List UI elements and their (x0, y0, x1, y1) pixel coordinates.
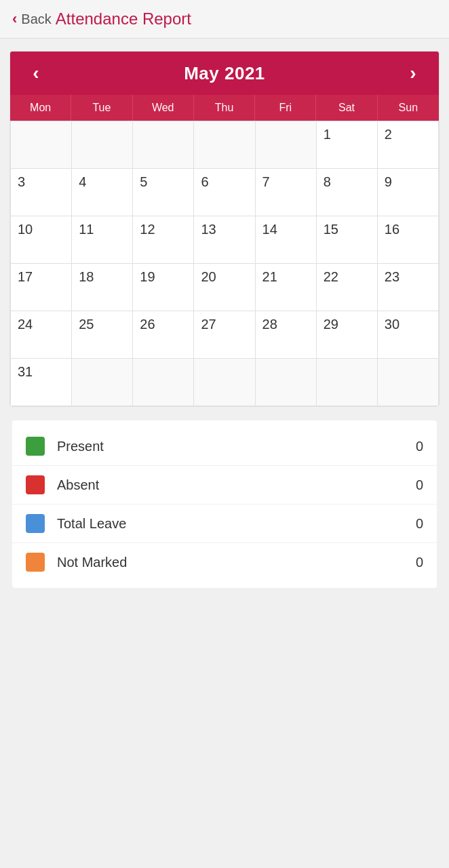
legend-color-not-marked (26, 553, 45, 572)
legend-label-total-leave: Total Leave (57, 516, 416, 532)
calendar: ‹ May 2021 › Mon Tue Wed Thu Fri Sat Sun… (9, 51, 440, 407)
dow-sat: Sat (316, 95, 377, 121)
calendar-empty-cell (256, 359, 317, 406)
calendar-day-26[interactable]: 26 (133, 311, 194, 359)
calendar-day-27[interactable]: 27 (194, 311, 255, 359)
legend-color-absent (26, 475, 45, 494)
back-label: Back (21, 12, 51, 27)
back-button[interactable]: ‹ Back (12, 10, 52, 28)
calendar-day-16[interactable]: 16 (378, 216, 439, 264)
calendar-day-13[interactable]: 13 (194, 216, 255, 264)
next-month-button[interactable]: › (401, 62, 425, 84)
calendar-day-23[interactable]: 23 (378, 264, 439, 311)
calendar-day-4[interactable]: 4 (72, 169, 133, 216)
header: ‹ Back Attendance Report (0, 0, 449, 39)
calendar-day-18[interactable]: 18 (72, 264, 133, 311)
legend-item-absent: Absent0 (12, 466, 437, 505)
calendar-day-20[interactable]: 20 (194, 264, 255, 311)
calendar-month-title: May 2021 (184, 63, 265, 84)
page-title: Attendance Report (56, 9, 191, 28)
calendar-day-30[interactable]: 30 (378, 311, 439, 359)
legend-count-absent: 0 (416, 477, 423, 493)
dow-wed: Wed (133, 95, 194, 121)
calendar-day-10[interactable]: 10 (11, 216, 72, 264)
calendar-empty-cell (378, 359, 439, 406)
legend-count-not-marked: 0 (416, 555, 423, 570)
calendar-day-3[interactable]: 3 (11, 169, 72, 216)
dow-sun: Sun (378, 95, 439, 121)
calendar-empty-cell (194, 121, 255, 169)
legend-label-absent: Absent (57, 477, 416, 493)
legend-label-present: Present (57, 439, 416, 454)
dow-fri: Fri (255, 95, 316, 121)
back-chevron-icon: ‹ (12, 10, 17, 28)
calendar-empty-cell (317, 359, 378, 406)
dow-thu: Thu (194, 95, 255, 121)
calendar-day-17[interactable]: 17 (11, 264, 72, 311)
calendar-day-31[interactable]: 31 (11, 359, 72, 406)
calendar-empty-cell (72, 359, 133, 406)
legend-item-present: Present0 (12, 427, 437, 466)
legend-count-present: 0 (416, 439, 423, 454)
calendar-empty-cell (133, 121, 194, 169)
legend-color-present (26, 437, 45, 456)
legend-label-not-marked: Not Marked (57, 555, 416, 570)
calendar-day-9[interactable]: 9 (378, 169, 439, 216)
calendar-day-22[interactable]: 22 (317, 264, 378, 311)
calendar-day-19[interactable]: 19 (133, 264, 194, 311)
dow-mon: Mon (10, 95, 71, 121)
calendar-dow-row: Mon Tue Wed Thu Fri Sat Sun (10, 95, 439, 121)
calendar-empty-cell (133, 359, 194, 406)
calendar-day-2[interactable]: 2 (378, 121, 439, 169)
calendar-day-5[interactable]: 5 (133, 169, 194, 216)
calendar-day-25[interactable]: 25 (72, 311, 133, 359)
legend-color-total-leave (26, 514, 45, 533)
calendar-empty-cell (11, 121, 72, 169)
calendar-day-14[interactable]: 14 (256, 216, 317, 264)
calendar-empty-cell (72, 121, 133, 169)
calendar-day-15[interactable]: 15 (317, 216, 378, 264)
calendar-day-6[interactable]: 6 (194, 169, 255, 216)
calendar-day-12[interactable]: 12 (133, 216, 194, 264)
legend: Present0Absent0Total Leave0Not Marked0 (12, 420, 437, 588)
calendar-day-21[interactable]: 21 (256, 264, 317, 311)
dow-tue: Tue (71, 95, 132, 121)
legend-count-total-leave: 0 (416, 516, 423, 532)
calendar-day-7[interactable]: 7 (256, 169, 317, 216)
legend-item-total-leave: Total Leave0 (12, 505, 437, 543)
legend-item-not-marked: Not Marked0 (12, 543, 437, 581)
calendar-day-28[interactable]: 28 (256, 311, 317, 359)
calendar-header: ‹ May 2021 › (10, 52, 439, 95)
prev-month-button[interactable]: ‹ (24, 62, 48, 84)
calendar-empty-cell (194, 359, 255, 406)
calendar-grid: 1234567891011121314151617181920212223242… (10, 121, 439, 406)
calendar-day-8[interactable]: 8 (317, 169, 378, 216)
calendar-day-11[interactable]: 11 (72, 216, 133, 264)
calendar-day-24[interactable]: 24 (11, 311, 72, 359)
calendar-day-29[interactable]: 29 (317, 311, 378, 359)
calendar-empty-cell (256, 121, 317, 169)
calendar-day-1[interactable]: 1 (317, 121, 378, 169)
